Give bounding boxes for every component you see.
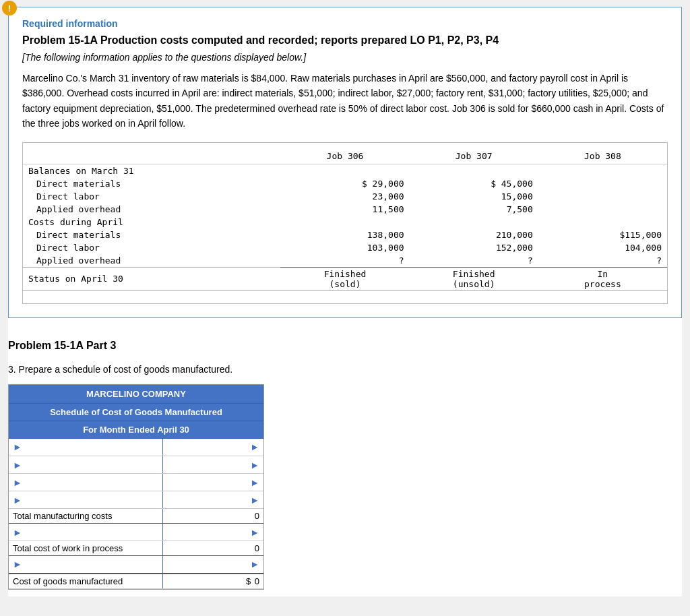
schedule-input-row-4: ► ►	[9, 491, 263, 509]
schedule-label-1: ►	[9, 439, 163, 456]
schedule-input-row-6: ► ►	[9, 556, 263, 574]
schedule-label-5: ►	[9, 524, 163, 541]
arrow-icon-v2: ►	[250, 460, 259, 470]
table-row: Balances on March 31	[23, 164, 667, 177]
row-307	[410, 164, 538, 177]
arrow-icon-v3: ►	[250, 477, 259, 488]
part3-instruction: 3. Prepare a schedule of cost of goods m…	[8, 364, 682, 375]
total-wip-value[interactable]: 0	[163, 541, 263, 556]
row-306: $ 29,000	[280, 177, 409, 190]
row-label: Applied overhead	[23, 254, 280, 268]
table-row: Direct labor 103,000 152,000 104,000	[23, 241, 667, 254]
schedule-table: ► ► ► ►	[9, 439, 263, 589]
row-308: $115,000	[538, 228, 667, 241]
problem-title: Problem 15-1A Production costs computed …	[22, 34, 668, 47]
schedule-label-2: ►	[9, 456, 163, 474]
row-308	[538, 164, 667, 177]
required-label: Required information	[22, 18, 668, 29]
arrow-icon-6: ►	[13, 559, 22, 569]
cost-of-goods-value[interactable]: $ 0	[163, 574, 263, 589]
row-306: 138,000	[280, 228, 409, 241]
row-306: ?	[280, 254, 409, 268]
col-header-308: Job 308	[538, 148, 667, 164]
schedule-company: MARCELINO COMPANY	[9, 385, 263, 404]
row-306-status: Finished(sold)	[280, 267, 409, 290]
row-label: Direct materials	[23, 228, 280, 241]
row-308-status: Inprocess	[538, 267, 667, 290]
row-307: ?	[410, 254, 538, 268]
total-wip-label: Total cost of work in process	[9, 541, 163, 556]
description: Marcelino Co.'s March 31 inventory of ra…	[22, 71, 668, 131]
row-306: 11,500	[280, 203, 409, 216]
total-mfg-label: Total manufacturing costs	[9, 509, 163, 524]
part3-title: Problem 15-1A Part 3	[8, 340, 682, 352]
schedule-value-4[interactable]: ►	[163, 491, 263, 509]
row-306	[280, 164, 409, 177]
schedule-title: Schedule of Cost of Goods Manufactured	[9, 404, 263, 421]
jobs-table-container: Job 306 Job 307 Job 308 Balances on Marc…	[22, 142, 668, 304]
arrow-icon-1: ►	[13, 441, 22, 452]
row-306	[280, 216, 409, 228]
schedule-input-row-2: ► ►	[9, 456, 263, 474]
schedule-value-1[interactable]: ►	[163, 439, 263, 456]
table-row: Applied overhead ? ? ?	[23, 254, 667, 268]
alert-icon: !	[2, 1, 17, 16]
required-info-box: ! Required information Problem 15-1A Pro…	[8, 7, 682, 318]
row-306: 23,000	[280, 190, 409, 203]
arrow-icon-v1: ►	[250, 441, 259, 452]
row-307: 152,000	[410, 241, 538, 254]
row-308	[538, 203, 667, 216]
cost-of-goods-number: 0	[255, 576, 259, 586]
total-work-in-process-row: Total cost of work in process 0	[9, 541, 263, 556]
schedule-period: For Month Ended April 30	[9, 421, 263, 439]
row-307-status: Finished(unsold)	[410, 267, 538, 290]
row-label: Direct labor	[23, 190, 280, 203]
table-row: Direct labor 23,000 15,000	[23, 190, 667, 203]
schedule-label-6: ►	[9, 556, 163, 574]
arrow-icon-3: ►	[13, 477, 22, 488]
arrow-icon-2: ►	[13, 460, 22, 470]
schedule-input-row-1: ► ►	[9, 439, 263, 456]
row-label: Direct materials	[23, 177, 280, 190]
row-label-status: Status on April 30	[23, 267, 280, 290]
row-label: Balances on March 31	[23, 164, 280, 177]
table-row: Applied overhead 11,500 7,500	[23, 203, 667, 216]
schedule-container: MARCELINO COMPANY Schedule of Cost of Go…	[8, 384, 264, 590]
row-label: Direct labor	[23, 241, 280, 254]
row-308: 104,000	[538, 241, 667, 254]
schedule-input-row-5: ► ►	[9, 524, 263, 541]
arrow-icon-v5: ►	[250, 527, 259, 538]
table-row: Costs during April	[23, 216, 667, 228]
col-header-307: Job 307	[410, 148, 538, 164]
schedule-value-2[interactable]: ►	[163, 456, 263, 474]
total-mfg-value[interactable]: 0	[163, 509, 263, 524]
cost-of-goods-row: Cost of goods manufactured $ 0	[9, 574, 263, 589]
table-row: Direct materials 138,000 210,000 $115,00…	[23, 228, 667, 241]
row-308	[538, 177, 667, 190]
table-row: Status on April 30 Finished(sold) Finish…	[23, 267, 667, 290]
cost-of-goods-label: Cost of goods manufactured	[9, 574, 163, 589]
row-307: $ 45,000	[410, 177, 538, 190]
row-307: 210,000	[410, 228, 538, 241]
schedule-value-5[interactable]: ►	[163, 524, 263, 541]
row-307: 15,000	[410, 190, 538, 203]
arrow-icon-v6: ►	[250, 559, 259, 569]
row-307	[410, 216, 538, 228]
row-308	[538, 190, 667, 203]
col-header-label	[23, 148, 280, 164]
arrow-icon-v4: ►	[250, 495, 259, 505]
row-308	[538, 216, 667, 228]
schedule-value-6[interactable]: ►	[163, 556, 263, 574]
schedule-input-row-3: ► ►	[9, 474, 263, 491]
schedule-label-3: ►	[9, 474, 163, 491]
col-header-306: Job 306	[280, 148, 409, 164]
schedule-label-4: ►	[9, 491, 163, 509]
arrow-icon-5: ►	[13, 527, 22, 538]
part3-section: Problem 15-1A Part 3 3. Prepare a schedu…	[8, 330, 682, 596]
jobs-table-header-row: Job 306 Job 307 Job 308	[23, 148, 667, 164]
row-306: 103,000	[280, 241, 409, 254]
arrow-icon-4: ►	[13, 495, 22, 505]
row-label: Applied overhead	[23, 203, 280, 216]
schedule-value-3[interactable]: ►	[163, 474, 263, 491]
row-label: Costs during April	[23, 216, 280, 228]
